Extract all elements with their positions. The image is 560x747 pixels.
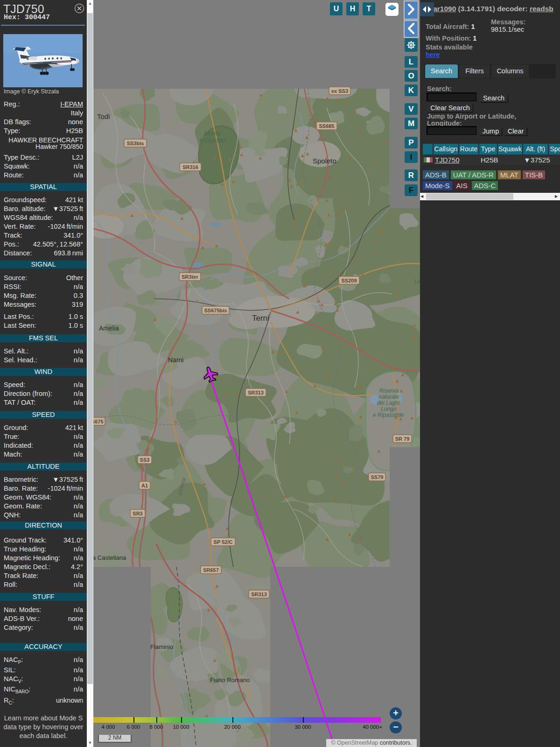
svg-text:Il Cerchio: Il Cerchio xyxy=(200,137,225,144)
svg-text:Narni: Narni xyxy=(168,356,183,364)
svg-text:SR316: SR316 xyxy=(182,164,198,170)
svg-text:SR313: SR313 xyxy=(248,390,264,395)
svg-text:SS675: SS675 xyxy=(93,419,104,424)
svg-text:Monte: Monte xyxy=(204,130,221,137)
svg-text:La: La xyxy=(414,278,420,284)
svg-text:SR313: SR313 xyxy=(251,592,267,597)
svg-text:dei Laghi: dei Laghi xyxy=(377,400,400,406)
svg-text:Riserva: Riserva xyxy=(379,388,399,394)
svg-text:SR657: SR657 xyxy=(203,567,219,573)
svg-text:Fiano Romano: Fiano Romano xyxy=(210,677,250,684)
svg-text:ex SS3: ex SS3 xyxy=(331,88,348,94)
svg-text:SR3: SR3 xyxy=(133,511,142,516)
svg-text:SR 79: SR 79 xyxy=(395,436,410,442)
svg-text:A1: A1 xyxy=(141,483,148,488)
svg-text:SP 52/C: SP 52/C xyxy=(214,539,233,545)
svg-text:e Ripasottile: e Ripasottile xyxy=(373,412,404,418)
svg-text:SR3ter: SR3ter xyxy=(182,274,198,280)
svg-text:SS3: SS3 xyxy=(140,457,150,463)
svg-text:Todi: Todi xyxy=(97,113,110,120)
svg-text:SS209: SS209 xyxy=(341,278,357,283)
svg-text:Flaminio: Flaminio xyxy=(150,643,173,650)
svg-text:Lungo: Lungo xyxy=(381,406,397,412)
svg-text:SS675bis: SS675bis xyxy=(204,308,227,313)
svg-text:Terni: Terni xyxy=(252,314,269,323)
svg-text:SS3bis: SS3bis xyxy=(127,141,144,146)
svg-text:naturale: naturale xyxy=(378,394,399,400)
svg-text:SS685: SS685 xyxy=(319,123,334,129)
svg-text:Spoleto: Spoleto xyxy=(313,157,336,165)
svg-text:SS79: SS79 xyxy=(371,474,384,480)
svg-text:Amelia: Amelia xyxy=(99,324,119,332)
svg-text:a Castellana: a Castellana xyxy=(93,554,126,561)
